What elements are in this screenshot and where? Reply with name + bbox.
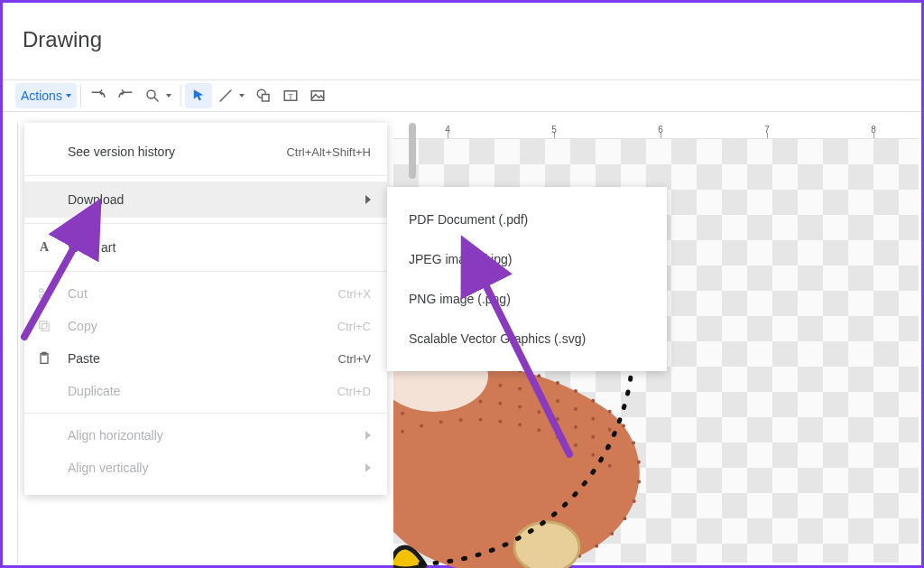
zoom-button[interactable] (139, 83, 177, 108)
menu-item-shortcut: Ctrl+X (338, 287, 371, 301)
textbox-tool[interactable]: T (277, 83, 304, 108)
vertical-ruler (5, 123, 18, 563)
toolbar-separator (180, 85, 181, 107)
chevron-down-icon (66, 94, 71, 98)
menu-item-label: Word art (68, 240, 371, 255)
submenu-arrow-icon (365, 431, 371, 440)
image-tool[interactable] (304, 83, 331, 108)
drawing-toolbar: Actions T (3, 79, 921, 112)
line-tool[interactable] (212, 83, 250, 108)
menu-item-version-history[interactable]: See version history Ctrl+Alt+Shift+H (24, 134, 387, 170)
svg-text:T: T (288, 92, 293, 101)
zoom-icon (144, 88, 161, 104)
menu-item-duplicate: Duplicate Ctrl+D (24, 375, 387, 407)
submenu-item-label: PDF Document (.pdf) (409, 212, 645, 227)
menu-item-label: Align horizontally (68, 428, 351, 442)
svg-point-0 (147, 90, 155, 98)
image-icon (310, 88, 326, 104)
menu-separator (24, 413, 387, 414)
textbox-icon: T (282, 88, 299, 104)
submenu-arrow-icon (365, 463, 371, 472)
toolbar-separator (80, 85, 81, 107)
svg-line-17 (24, 223, 88, 337)
menu-item-shortcut: Ctrl+V (338, 352, 371, 366)
menu-item-label: Duplicate (68, 384, 323, 398)
menu-item-label: Paste (68, 351, 324, 366)
undo-button[interactable] (85, 83, 112, 108)
menu-item-label: See version history (68, 144, 272, 159)
svg-line-1 (154, 98, 158, 101)
horizontal-ruler: 4 5 6 7 8 (393, 123, 919, 139)
chevron-down-icon (166, 94, 171, 98)
menu-item-align-horizontally: Align horizontally (24, 419, 387, 452)
submenu-item-pdf[interactable]: PDF Document (.pdf) (387, 200, 667, 239)
paste-icon (35, 351, 53, 366)
cursor-icon (190, 88, 207, 104)
menu-item-shortcut: Ctrl+D (337, 385, 371, 398)
menu-item-label: Align vertically (68, 461, 351, 475)
redo-icon (117, 88, 134, 104)
actions-button-label: Actions (21, 88, 62, 103)
redo-button[interactable] (112, 83, 139, 108)
svg-rect-4 (262, 95, 269, 102)
undo-icon (90, 88, 106, 104)
menu-separator (24, 175, 387, 176)
menu-item-align-vertically: Align vertically (24, 452, 387, 484)
shape-icon (255, 88, 272, 104)
svg-point-10 (514, 522, 579, 568)
menu-item-label: Download (68, 192, 351, 207)
submenu-arrow-icon (365, 195, 371, 204)
line-icon (217, 88, 234, 104)
actions-button[interactable]: Actions (15, 83, 77, 108)
annotation-arrow (454, 247, 598, 476)
page-title: Drawing (3, 3, 921, 79)
select-tool[interactable] (185, 83, 212, 108)
svg-line-2 (220, 90, 231, 101)
app-frame: Drawing Actions T (0, 0, 924, 568)
chevron-down-icon (239, 94, 245, 98)
svg-line-18 (474, 261, 569, 454)
menu-item-shortcut: Ctrl+C (337, 320, 371, 333)
annotation-arrow (17, 210, 107, 349)
shape-tool[interactable] (250, 83, 277, 108)
menu-item-shortcut: Ctrl+Alt+Shift+H (286, 145, 371, 159)
scrollbar-thumb[interactable] (409, 123, 416, 179)
